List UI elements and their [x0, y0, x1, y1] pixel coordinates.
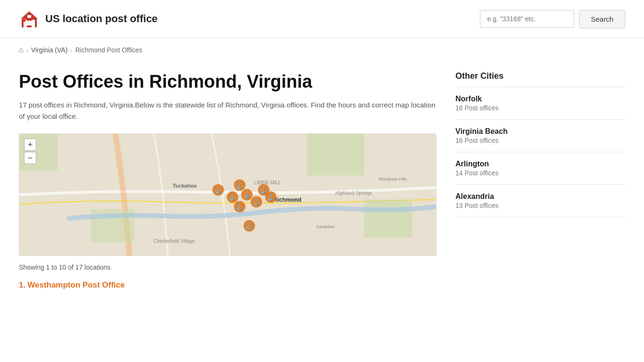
breadcrumb-current: Richmond Post Offices [75, 46, 142, 54]
svg-text:Richmond: Richmond [273, 197, 302, 203]
logo-area: US location post office [19, 8, 157, 29]
page-description: 17 post offices in Richmond, Virginia.Be… [19, 99, 437, 122]
city-item-virginia-beach[interactable]: Virginia Beach 16 Post offices [455, 120, 625, 152]
city-count-norfolk: 16 Post offices [455, 104, 625, 112]
svg-rect-7 [22, 20, 25, 22]
showing-text: Showing 1 to 10 of 17 locations [19, 263, 437, 271]
map-controls: + − [24, 139, 36, 164]
breadcrumb-virginia[interactable]: Virginia (VA) [31, 46, 67, 54]
svg-text:Highland Springs: Highland Springs [336, 190, 372, 196]
first-result: 1.Westhampton Post Office [19, 280, 437, 290]
svg-text:⚓: ⚓ [214, 186, 223, 194]
city-count-alexandria: 13 Post offices [455, 202, 625, 209]
svg-text:⚓: ⚓ [235, 202, 244, 211]
content-left: Post Offices in Richmond, Virginia 17 po… [19, 71, 437, 290]
logo-icon [19, 8, 40, 29]
breadcrumb: ⌂ › Virginia (VA) › Richmond Post Office… [0, 38, 644, 62]
zoom-in-button[interactable]: + [24, 139, 36, 151]
svg-text:⚓: ⚓ [235, 181, 244, 189]
svg-rect-2 [32, 20, 35, 27]
city-count-arlington: 14 Post offices [455, 169, 625, 177]
search-button[interactable]: Search [579, 10, 625, 28]
city-count-virginia-beach: 16 Post offices [455, 137, 625, 144]
page-title: Post Offices in Richmond, Virginia [19, 71, 437, 93]
sidebar: Other Cities Norfolk 16 Post offices Vir… [455, 71, 625, 290]
result-number: 1. [19, 280, 25, 289]
site-header: US location post office Search [0, 0, 644, 38]
search-area: Search [480, 10, 625, 28]
svg-text:Tuckahoe: Tuckahoe [173, 182, 197, 188]
city-item-alexandria[interactable]: Alexandria 13 Post offices [455, 185, 625, 217]
svg-rect-6 [22, 18, 25, 20]
svg-rect-10 [307, 134, 364, 175]
svg-rect-5 [27, 15, 31, 18]
city-name-norfolk: Norfolk [455, 95, 625, 103]
city-name-arlington: Arlington [455, 160, 625, 168]
svg-rect-3 [26, 21, 32, 25]
home-icon[interactable]: ⌂ [19, 46, 24, 54]
svg-rect-11 [364, 199, 413, 238]
svg-text:⚓: ⚓ [243, 190, 251, 199]
breadcrumb-sep-2: › [70, 47, 72, 54]
result-name[interactable]: Westhampton Post Office [27, 280, 125, 289]
city-name-virginia-beach: Virginia Beach [455, 127, 625, 136]
city-name-alexandria: Alexandria [455, 192, 625, 201]
other-cities-title: Other Cities [455, 71, 625, 87]
breadcrumb-sep-1: › [26, 47, 28, 54]
svg-text:⚓: ⚓ [252, 197, 261, 206]
map-container[interactable]: Tuckahoe LIBBIE MILL Richmond Highland S… [19, 133, 437, 256]
search-input[interactable] [480, 10, 574, 28]
site-title: US location post office [45, 13, 157, 25]
svg-text:Chesterfield Village: Chesterfield Village [154, 238, 195, 243]
svg-text:⚓: ⚓ [228, 193, 237, 201]
svg-text:Sandston: Sandston [316, 224, 335, 229]
city-item-norfolk[interactable]: Norfolk 16 Post offices [455, 87, 625, 120]
map-svg: Tuckahoe LIBBIE MILL Richmond Highland S… [19, 134, 436, 255]
zoom-out-button[interactable]: − [24, 152, 36, 164]
svg-text:LIBBIE MILL: LIBBIE MILL [254, 180, 281, 185]
svg-text:⚓: ⚓ [245, 222, 254, 230]
city-item-arlington[interactable]: Arlington 14 Post offices [455, 152, 625, 185]
main-layout: Post Offices in Richmond, Virginia 17 po… [0, 62, 644, 309]
svg-text:Woodvale Hills: Woodvale Hills [379, 176, 407, 181]
svg-text:⚓: ⚓ [266, 193, 275, 201]
